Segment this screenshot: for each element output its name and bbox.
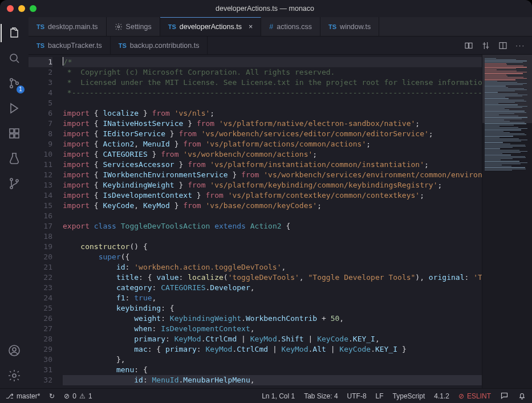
tab-backup-contribution-ts[interactable]: TSbackup.contribution.ts (111, 36, 208, 54)
explorer-icon[interactable] (1, 21, 28, 46)
code-line[interactable]: * Copyright (c) Microsoft Corporation. A… (63, 67, 482, 78)
line-number[interactable]: 7 (29, 119, 52, 129)
extensions-icon[interactable] (1, 121, 28, 146)
code-line[interactable]: import { IEditorService } from 'vs/workb… (63, 129, 482, 139)
tab-settings[interactable]: Settings (107, 17, 160, 36)
zoom-window-button[interactable] (30, 5, 36, 12)
search-icon[interactable] (1, 46, 28, 71)
tab-developeractions-ts[interactable]: TSdeveloperActions.ts× (160, 17, 261, 36)
line-number[interactable]: 16 (29, 211, 52, 221)
run-debug-icon[interactable] (1, 96, 28, 121)
line-number[interactable]: 20 (29, 252, 52, 262)
line-number[interactable]: 14 (29, 190, 52, 201)
code-line[interactable]: title: { value: localize('toggleDevTools… (63, 272, 482, 283)
line-number[interactable]: 21 (29, 262, 52, 272)
line-number[interactable]: 11 (29, 160, 52, 170)
code-line[interactable]: import { KeybindingWeight } from 'vs/pla… (63, 180, 482, 190)
line-number[interactable]: 22 (29, 272, 52, 283)
line-number[interactable]: 27 (29, 324, 52, 334)
code-line[interactable]: mac: { primary: KeyMod.CtrlCmd | KeyMod.… (63, 344, 482, 355)
line-number[interactable]: 2 (29, 67, 52, 78)
git-branches-icon[interactable] (1, 171, 28, 196)
open-changes-icon[interactable] (481, 41, 490, 50)
status-notifications-icon[interactable] (518, 392, 526, 400)
code-line[interactable]: * Licensed under the MIT License. See Li… (63, 78, 482, 88)
line-number[interactable]: 25 (29, 303, 52, 314)
code-line[interactable] (63, 211, 482, 221)
code-editor[interactable]: /* * Copyright (c) Microsoft Corporation… (59, 55, 482, 388)
minimap[interactable] (482, 55, 532, 388)
status-feedback-icon[interactable] (500, 392, 509, 400)
code-line[interactable]: constructor() { (63, 242, 482, 252)
code-line[interactable]: super({ (63, 252, 482, 262)
line-number[interactable]: 31 (29, 365, 52, 375)
code-line[interactable]: import { IWorkbenchEnvironmentService } … (63, 170, 482, 180)
code-line[interactable] (63, 98, 482, 108)
code-line[interactable]: id: MenuId.MenubarHelpMenu, (63, 375, 482, 385)
code-line[interactable]: /* (63, 57, 482, 67)
line-number[interactable]: 8 (29, 129, 52, 139)
line-number[interactable]: 26 (29, 314, 52, 324)
testing-icon[interactable] (1, 146, 28, 171)
line-number[interactable]: 18 (29, 231, 52, 242)
line-number[interactable]: 29 (29, 344, 52, 355)
line-number[interactable]: 32 (29, 375, 52, 385)
code-line[interactable]: when: IsDevelopmentContext, (63, 324, 482, 334)
tab-desktop-main-ts[interactable]: TSdesktop.main.ts (29, 17, 107, 36)
tab-actions-css[interactable]: #actions.css (261, 17, 320, 36)
code-line[interactable]: primary: KeyMod.CtrlCmd | KeyMod.Shift |… (63, 334, 482, 344)
code-line[interactable]: category: CATEGORIES.Developer, (63, 283, 482, 293)
code-line[interactable] (63, 231, 482, 242)
line-number[interactable]: 10 (29, 149, 52, 160)
status-problems[interactable]: ⊘ 0 ⚠ 1 (64, 392, 92, 400)
line-number[interactable]: 4 (29, 88, 52, 98)
line-number[interactable]: 23 (29, 283, 52, 293)
line-number[interactable]: 12 (29, 170, 52, 180)
code-line[interactable]: id: 'workbench.action.toggleDevTools', (63, 262, 482, 272)
line-number[interactable]: 6 (29, 108, 52, 119)
line-number[interactable]: 1 (29, 57, 52, 67)
more-icon[interactable]: ··· (515, 41, 525, 50)
tab-window-ts[interactable]: TSwindow.ts (320, 17, 379, 36)
code-line[interactable]: import { localize } from 'vs/nls'; (63, 108, 482, 119)
line-number[interactable]: 28 (29, 334, 52, 344)
code-line[interactable]: keybinding: { (63, 303, 482, 314)
code-line[interactable]: import { Action2, MenuId } from 'vs/plat… (63, 139, 482, 149)
status-encoding[interactable]: UTF-8 (347, 392, 367, 400)
line-number[interactable]: 3 (29, 78, 52, 88)
line-number[interactable]: 19 (29, 242, 52, 252)
accounts-icon[interactable] (1, 338, 28, 363)
close-tab-icon[interactable]: × (249, 23, 253, 31)
minimize-window-button[interactable] (18, 5, 25, 12)
code-line[interactable]: import { CATEGORIES } from 'vs/workbench… (63, 149, 482, 160)
line-number-gutter[interactable]: 1234567891011121314151617181920212223242… (29, 55, 59, 388)
line-number[interactable]: 13 (29, 180, 52, 190)
source-control-icon[interactable]: 1 (1, 71, 28, 96)
code-line[interactable]: menu: { (63, 365, 482, 375)
line-number[interactable]: 5 (29, 98, 52, 108)
code-line[interactable]: f1: true, (63, 293, 482, 303)
split-editor-icon[interactable] (498, 41, 507, 50)
line-number[interactable]: 30 (29, 355, 52, 365)
status-ts-version[interactable]: 4.1.2 (434, 392, 449, 400)
close-window-button[interactable] (7, 5, 14, 12)
code-line[interactable]: *---------------------------------------… (63, 88, 482, 98)
code-line[interactable]: export class ToggleDevToolsAction extend… (63, 221, 482, 231)
status-branch[interactable]: ⎇ master* (6, 392, 40, 400)
status-tabsize[interactable]: Tab Size: 4 (304, 392, 338, 400)
status-eslint[interactable]: ⊘ ESLINT (458, 392, 491, 400)
status-eol[interactable]: LF (376, 392, 384, 400)
code-line[interactable]: import { KeyCode, KeyMod } from 'vs/base… (63, 201, 482, 211)
line-number[interactable]: 9 (29, 139, 52, 149)
line-number[interactable]: 15 (29, 201, 52, 211)
code-line[interactable]: weight: KeybindingWeight.WorkbenchContri… (63, 314, 482, 324)
code-line[interactable]: import { INativeHostService } from 'vs/p… (63, 119, 482, 129)
status-cursor[interactable]: Ln 1, Col 1 (262, 392, 295, 400)
code-line[interactable]: import { ServicesAccessor } from 'vs/pla… (63, 160, 482, 170)
diff-icon[interactable] (464, 41, 473, 50)
tab-backuptracker-ts[interactable]: TSbackupTracker.ts (29, 36, 111, 54)
line-number[interactable]: 17 (29, 221, 52, 231)
code-line[interactable]: import { IsDevelopmentContext } from 'vs… (63, 190, 482, 201)
code-line[interactable]: }, (63, 355, 482, 365)
line-number[interactable]: 24 (29, 293, 52, 303)
